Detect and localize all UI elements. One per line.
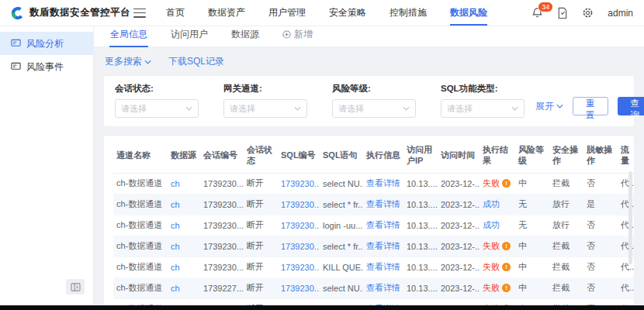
cell-datasource-link[interactable]: ch [171,200,180,209]
cell-flow: 代... [618,277,635,298]
cell-result: 失败! [480,257,515,277]
more-search-link[interactable]: 更多搜索 [105,55,151,68]
monitor-icon [11,62,21,71]
sidebar-item[interactable]: 风险分析 [0,32,93,55]
column-header: 执行信息 [363,139,403,173]
filter-field: 风险等级:请选择 [332,83,416,118]
tab-item[interactable]: 全局信息 [109,24,148,46]
cell-sql: login -uu... [320,215,363,236]
cell-sql-no-link[interactable]: 1739230... [281,242,320,251]
cell-result: 失败! [480,277,515,298]
cell-ip: 10.13.... [403,236,438,257]
cell-mask: 否 [583,236,618,257]
cell-action: 拦截 [549,277,583,298]
tab-add[interactable]: 新增 [282,24,313,46]
top-nav-item[interactable]: 控制措施 [390,0,427,26]
top-nav-item[interactable]: 用户管理 [268,0,306,26]
cell-time: 2023-12-... [438,277,480,298]
brand-title: 数盾数据安全管控平台 [29,6,130,19]
content: 更多搜索 下载SQL记录 会话状态:请选择网关通道:请选择风险等级:请选择SQL… [94,47,644,305]
column-header: 访问用户IP [403,139,438,173]
cell-detail-link[interactable]: 查看详情 [366,261,400,273]
risk-table: 通道名称数据源会话编号会话状态SQL编号SQL语句执行信息访问用户IP访问时间执… [113,139,635,310]
cell-detail-link[interactable]: 查看详情 [366,198,400,210]
column-header: 安全操作 [549,139,583,173]
menu-toggle-icon[interactable] [133,9,146,18]
cell-action: 放行 [549,215,583,236]
top-nav-item[interactable]: 数据风险 [450,0,487,26]
cell-datasource-link[interactable]: ch [171,263,180,272]
cell-detail-link[interactable]: 查看详情 [366,240,400,252]
cell-time: 2023-12-... [438,236,480,257]
cell-session-state: 断开 [244,277,278,298]
top-nav-item[interactable]: 首页 [166,0,185,26]
document-icon[interactable] [557,7,568,19]
download-sql-link[interactable]: 下载SQL记录 [168,55,224,68]
filter-select[interactable]: 请选择 [441,99,525,118]
cell-datasource-link[interactable]: ch [171,242,180,251]
cell-ip: 10.13.... [403,173,438,194]
table-row[interactable]: ch-数据通道ch1739230...断开1739230...select * … [113,236,635,257]
cell-datasource-link[interactable]: ch [171,284,180,293]
table-row[interactable]: ch-数据通道ch1739227...断开1739230...select NU… [113,277,635,298]
cell-datasource-link: ch [168,194,200,215]
chevron-down-icon [403,106,410,111]
tab-item[interactable]: 数据源 [230,24,260,46]
top-nav-item[interactable]: 安全策略 [329,0,366,26]
cell-sql-no-link[interactable]: 1739230... [281,221,320,230]
notification-bell-icon[interactable]: 34 [531,7,543,19]
table-row[interactable]: ch-数据通道ch1739230...断开1739230...login -uu… [113,215,635,236]
cell-sql-no-link[interactable]: 1739230... [281,200,320,209]
cell-result: 失败! [480,173,515,194]
table-row[interactable]: ch-数据通道ch1739230...断开1739230...select * … [113,194,635,215]
tab-item[interactable]: 访问用户 [170,24,209,46]
cell-detail-link: 查看详情 [363,236,403,257]
cell-ip: 10.13.... [403,277,438,298]
user-name[interactable]: admin [608,8,633,19]
notification-badge: 34 [538,2,553,12]
table-row[interactable]: ch-数据通道ch1739230...断开1739230...select NU… [113,173,635,194]
cell-detail-link[interactable]: 查看详情 [366,282,400,294]
warning-icon: ! [502,242,511,250]
filter-field: SQL功能类型:请选择 [441,83,525,118]
cell-datasource-link: ch [168,215,200,236]
tab-label: 数据源 [231,28,259,41]
tab-label: 访问用户 [171,28,208,41]
cell-sql-no-link: 1739230... [278,215,320,236]
reset-button[interactable]: 重置 [573,97,608,115]
cell-detail-link: 查看详情 [363,173,403,194]
filter-select[interactable]: 请选择 [223,99,307,118]
cell-channel: ch-数据通道 [113,215,168,236]
expand-link[interactable]: 展开 [535,100,563,113]
table-row[interactable]: ch-数据通道ch1739230...断开1739230...KILL QUE.… [113,257,635,277]
cell-detail-link[interactable]: 查看详情 [366,219,400,231]
column-header: 风险等级 [515,139,549,173]
top-nav-item[interactable]: 数据资产 [208,0,245,26]
cell-datasource-link[interactable]: ch [171,179,180,188]
filter-select[interactable]: 请选择 [332,99,416,118]
cell-detail-link[interactable]: 查看详情 [366,177,400,189]
cell-action: 放行 [549,194,583,215]
cell-channel: ch-数据通道 [113,257,168,277]
table-scrollbar[interactable] [628,171,632,264]
cell-sql-no-link: 1739230... [278,257,320,277]
cell-channel: ch-数据通道 [113,236,168,257]
filter-field: 网关通道:请选择 [223,83,307,118]
filter-label: SQL功能类型: [441,83,525,95]
search-button[interactable]: 查询 [618,97,644,115]
top-header: 数盾数据安全管控平台 首页数据资产用户管理安全策略控制措施数据风险 34 adm… [0,0,644,26]
cell-sql-no-link[interactable]: 1739230... [281,263,320,272]
sidebar-item[interactable]: 风险事件 [0,55,93,78]
main-area: 全局信息访问用户数据源新增 更多搜索 下载SQL记录 会话状态:请选择网关通道:… [94,26,644,305]
cell-sql-no-link[interactable]: 1739230... [281,284,320,293]
result-text: 失败 [483,282,500,294]
sidebar-collapse-icon[interactable] [66,279,85,294]
settings-gear-icon[interactable] [582,7,594,19]
select-placeholder: 请选择 [230,103,255,115]
filter-select[interactable]: 请选择 [115,99,199,118]
cell-datasource-link[interactable]: ch [171,221,180,230]
cell-session-no: 1739230... [200,194,244,215]
cell-sql: select NU... [320,173,363,194]
cell-sql-no-link[interactable]: 1739230... [281,179,320,188]
cell-ip: 10.13.... [403,194,438,215]
